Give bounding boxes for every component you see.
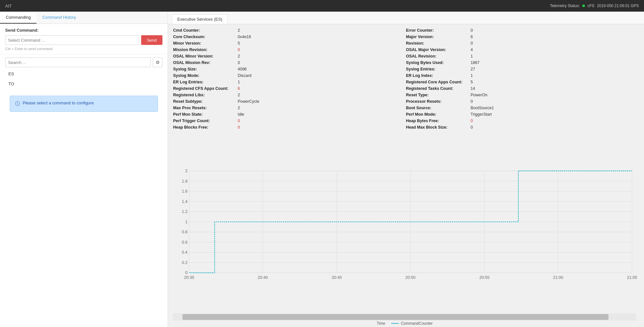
es-tab-bar: Executive Services (ES) (168, 12, 644, 24)
send-button[interactable]: Send (141, 35, 162, 45)
telem-label: Heap Blocks Free: (173, 125, 238, 130)
svg-text:21:05: 21:05 (627, 275, 637, 280)
send-hint: Ctrl + Enter to send command (0, 46, 168, 54)
send-command-header: Send Command: (0, 24, 168, 34)
left-panel: Commanding Command History Send Command:… (0, 12, 168, 327)
search-area: ⚙ (0, 54, 168, 69)
telem-value: 0 (238, 60, 240, 65)
command-item-es[interactable]: ES (5, 69, 162, 79)
telem-row-left: Syslog Size:4096 (173, 66, 406, 72)
telem-value: 2 (238, 93, 240, 97)
telem-value: 1867 (471, 60, 480, 65)
scroll-bar[interactable] (173, 313, 636, 321)
telem-label: Registered Tasks Count: (406, 86, 471, 91)
app-name: AIT (5, 4, 12, 8)
command-input[interactable] (5, 35, 139, 45)
telem-row-left: Minor Version:5 (173, 40, 406, 46)
telem-label: Revision: (406, 41, 471, 46)
telem-label: Reset Subtype: (173, 99, 238, 104)
telem-row-left: Syslog Mode:Discard (173, 73, 406, 79)
telem-row-right: Syslog Bytes Used:1867 (406, 60, 639, 66)
telem-row-left: Core Checksum:0x4e18 (173, 34, 406, 40)
x-labels: 20:35 20:40 20:45 20:50 20:55 21:00 21:0… (184, 275, 637, 280)
telem-label: Registered Core Apps Count: (406, 80, 471, 84)
topbar-status: Telemetry Status: cFS 2019-050 21:06:01 … (550, 4, 639, 8)
telem-value: 1 (238, 80, 240, 84)
telem-row-right: Heap Bytes Free:0 (406, 118, 639, 124)
search-input[interactable] (5, 58, 151, 67)
telem-label: Reset Type: (406, 93, 471, 97)
telem-label: Minor Version: (173, 41, 238, 46)
telem-row-right: Syslog Entries:27 (406, 66, 639, 72)
telem-label: Perf Trigger Count: (173, 119, 238, 123)
telem-value: 0 (471, 28, 473, 33)
svg-text:20:40: 20:40 (258, 275, 268, 280)
y-labels: 0 0.2 0.4 0.6 0.8 1 1.2 1.4 1.6 1.8 2 (182, 169, 188, 275)
svg-text:0: 0 (185, 270, 188, 275)
telem-label: Cmd Counter: (173, 28, 238, 33)
tab-command-history[interactable]: Command History (36, 12, 82, 24)
telem-label: ER Log Entries: (173, 80, 238, 84)
telem-value: 0 (471, 125, 473, 130)
telem-label: OSAL Revision: (406, 54, 471, 58)
telem-row-right: OSAL Revision:1 (406, 53, 639, 59)
legend-label: CommandCounter (401, 321, 432, 326)
telem-row-left: OSAL Minor Version:2 (173, 53, 406, 59)
telem-label: OSAL Major Version: (406, 47, 471, 52)
telem-value: TriggerStart (471, 112, 492, 117)
command-list: ES TO (0, 69, 168, 89)
telem-label: Max Proc Resets: (173, 106, 238, 110)
telem-label: Syslog Mode: (173, 73, 238, 78)
telem-row-left: Registered Libs:2 (173, 92, 406, 98)
telem-label: Perf Mon State: (173, 112, 238, 117)
telem-value: 1 (471, 73, 473, 78)
svg-text:0.2: 0.2 (182, 260, 188, 265)
telem-value: 0 (238, 47, 240, 52)
svg-text:20:35: 20:35 (184, 275, 194, 280)
info-icon: ⓘ (15, 101, 20, 107)
telem-row-right: ER Log Index:1 (406, 73, 639, 79)
telem-label: Heap Bytes Free: (406, 119, 471, 123)
scroll-thumb[interactable] (182, 314, 608, 320)
telem-row-right: Registered Tasks Count:14 (406, 86, 639, 91)
topbar: AIT Telemetry Status: cFS 2019-050 21:06… (0, 0, 644, 12)
command-item-to[interactable]: TO (5, 79, 162, 89)
svg-text:1.8: 1.8 (182, 179, 188, 184)
telem-label: ER Log Index: (406, 73, 471, 78)
tab-bar: Commanding Command History (0, 12, 168, 24)
info-message: Please select a command to configure (23, 100, 94, 105)
svg-text:1.2: 1.2 (182, 209, 188, 214)
search-icon-button[interactable]: ⚙ (153, 58, 162, 67)
svg-text:20:45: 20:45 (332, 275, 342, 280)
telem-label: Mission Revision: (173, 47, 238, 52)
telem-value: 0 (471, 41, 473, 46)
telem-value: 2 (238, 106, 240, 110)
telem-row-right: Boot Source:BootSource1 (406, 105, 639, 111)
telem-value: 2 (238, 28, 240, 33)
telem-value: 6 (238, 86, 240, 91)
telem-value: 4096 (238, 67, 247, 71)
telem-label: OSAL Minor Version: (173, 54, 238, 58)
svg-text:0.8: 0.8 (182, 230, 188, 234)
telem-row-left: Reset Subtype:PowerCycle (173, 99, 406, 104)
telem-value: PowerCycle (238, 99, 259, 104)
tab-commanding[interactable]: Commanding (0, 12, 36, 24)
telem-row-left: ER Log Entries:1 (173, 79, 406, 85)
telem-value: 0 (238, 125, 240, 130)
telem-value: 14 (471, 86, 475, 91)
telem-label: Major Version: (406, 35, 471, 39)
es-tab[interactable]: Executive Services (ES) (172, 14, 228, 24)
legend-line (391, 323, 399, 324)
telem-value: 4 (471, 47, 473, 52)
telem-label: Boot Source: (406, 106, 471, 110)
telem-value: 27 (471, 67, 475, 71)
svg-text:20:50: 20:50 (405, 275, 416, 280)
telem-label: Syslog Bytes Used: (406, 60, 471, 65)
right-panel: Executive Services (ES) Cmd Counter:2Err… (168, 12, 644, 327)
chart-wrap: 0 0.2 0.4 0.6 0.8 1 1.2 1.4 1.6 1.8 2 (171, 137, 639, 313)
telem-row-right: Perf Mon Mode:TriggerStart (406, 111, 639, 117)
svg-text:0.4: 0.4 (182, 250, 188, 255)
telem-row-right: Head Max Block Size:0 (406, 124, 639, 130)
info-box: ⓘ Please select a command to configure (10, 96, 158, 112)
telem-row-left: Perf Mon State:Idle (173, 111, 406, 117)
